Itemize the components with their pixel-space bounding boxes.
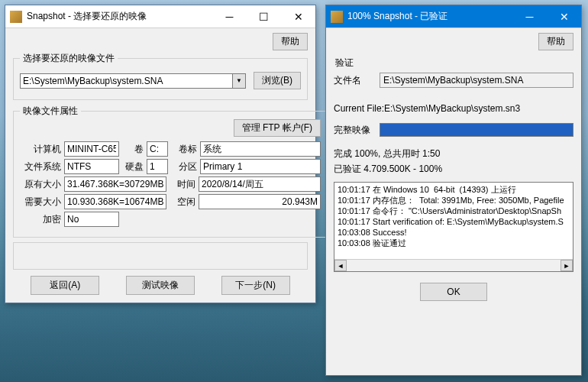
log-content: 10:01:17 在 Windows 10 64-bit (14393) 上运行… — [338, 185, 564, 248]
partition-field[interactable] — [200, 159, 321, 174]
next-button[interactable]: 下一步(N) — [221, 276, 290, 295]
ok-button[interactable]: OK — [420, 283, 487, 301]
browse-button[interactable]: 浏览(B) — [254, 72, 301, 89]
window-content: 帮助 验证 文件名 E:\System\MyBackup\system.SNA … — [326, 28, 581, 309]
filename-label: 文件名 — [334, 74, 373, 87]
titlebar[interactable]: Snapshot - 选择要还原的映像 ─ ☐ ✕ — [5, 5, 315, 28]
fs-label: 文件系统 — [20, 160, 61, 173]
app-icon — [331, 11, 343, 23]
app-icon — [10, 11, 22, 23]
minimize-button[interactable]: ─ — [512, 5, 547, 28]
progress-fill — [380, 124, 573, 136]
restore-image-window: Snapshot - 选择要还原的映像 ─ ☐ ✕ 帮助 选择要还原的映像文件 … — [5, 5, 316, 303]
encrypt-field[interactable] — [64, 212, 119, 227]
help-button[interactable]: 帮助 — [273, 33, 308, 50]
free-field[interactable] — [199, 194, 321, 209]
computer-label: 计算机 — [20, 143, 61, 156]
dropdown-arrow-icon[interactable]: ▼ — [232, 73, 246, 89]
manage-ftp-button[interactable]: 管理 FTP 帐户(F) — [234, 119, 321, 137]
fs-field[interactable] — [64, 159, 119, 174]
select-image-legend: 选择要还原的映像文件 — [20, 52, 118, 65]
disk-field[interactable] — [147, 159, 168, 174]
window-controls: ─ ☐ ✕ — [212, 5, 315, 28]
partition-label: 分区 — [171, 160, 197, 173]
window-title: 100% Snapshot - 已验证 — [347, 10, 512, 23]
scroll-right-icon[interactable]: ► — [561, 260, 573, 271]
verify-label: 验证 — [335, 57, 573, 70]
free-label: 空闲 — [170, 196, 195, 209]
volume-field[interactable] — [147, 141, 168, 157]
titlebar[interactable]: 100% Snapshot - 已验证 ─ ✕ — [326, 5, 581, 28]
needsize-field[interactable] — [64, 194, 166, 209]
vollabel-label: 卷标 — [171, 143, 197, 156]
maximize-button[interactable]: ☐ — [247, 5, 281, 28]
help-button[interactable]: 帮助 — [538, 33, 573, 50]
close-button[interactable]: ✕ — [281, 5, 315, 28]
verified-line: 已验证 4.709.500K - 100% — [334, 163, 573, 176]
window-content: 帮助 选择要还原的映像文件 ▼ 浏览(B) 映像文件属性 管理 FTP 帐户(F… — [5, 28, 315, 303]
close-button[interactable]: ✕ — [547, 5, 581, 28]
computer-field[interactable] — [64, 141, 119, 157]
log-textarea[interactable]: 10:01:17 在 Windows 10 64-bit (14393) 上运行… — [334, 182, 573, 272]
image-path-dropdown[interactable]: ▼ — [20, 73, 246, 89]
verify-window: 100% Snapshot - 已验证 ─ ✕ 帮助 验证 文件名 E:\Sys… — [325, 5, 582, 376]
disk-label: 硬盘 — [122, 160, 144, 173]
bottom-buttons: 返回(A) 测试映像 下一步(N) — [13, 276, 308, 295]
origsize-label: 原有大小 — [20, 178, 61, 191]
volume-label: 卷 — [122, 143, 144, 156]
filename-field: E:\System\MyBackup\system.SNA — [380, 73, 573, 88]
image-properties-legend: 映像文件属性 — [20, 105, 81, 118]
encrypt-label: 加密 — [20, 213, 61, 226]
select-image-group: 选择要还原的映像文件 ▼ 浏览(B) — [13, 52, 308, 100]
image-properties-group: 映像文件属性 管理 FTP 帐户(F) 计算机 卷 卷标 文件系统 硬盘 分区 — [13, 105, 328, 238]
vollabel-field[interactable] — [200, 141, 321, 157]
current-file-line: Current File:E:\System\MyBackup\system.s… — [334, 103, 573, 114]
full-image-label: 完整映像 — [334, 124, 373, 137]
window-controls: ─ ✕ — [512, 5, 581, 28]
test-image-button[interactable]: 测试映像 — [126, 276, 195, 295]
empty-group — [13, 242, 308, 270]
minimize-button[interactable]: ─ — [212, 5, 247, 28]
done-line: 完成 100%, 总共用时 1:50 — [334, 147, 573, 160]
needsize-label: 需要大小 — [20, 196, 61, 209]
time-label: 时间 — [170, 178, 195, 191]
origsize-field[interactable] — [64, 176, 166, 192]
progress-bar — [380, 123, 573, 137]
scroll-left-icon[interactable]: ◄ — [334, 260, 347, 271]
horizontal-scrollbar[interactable]: ◄ ► — [334, 259, 573, 271]
back-button[interactable]: 返回(A) — [31, 276, 99, 295]
image-path-input[interactable] — [20, 73, 232, 89]
window-title: Snapshot - 选择要还原的映像 — [27, 10, 212, 23]
time-field[interactable] — [199, 176, 321, 192]
